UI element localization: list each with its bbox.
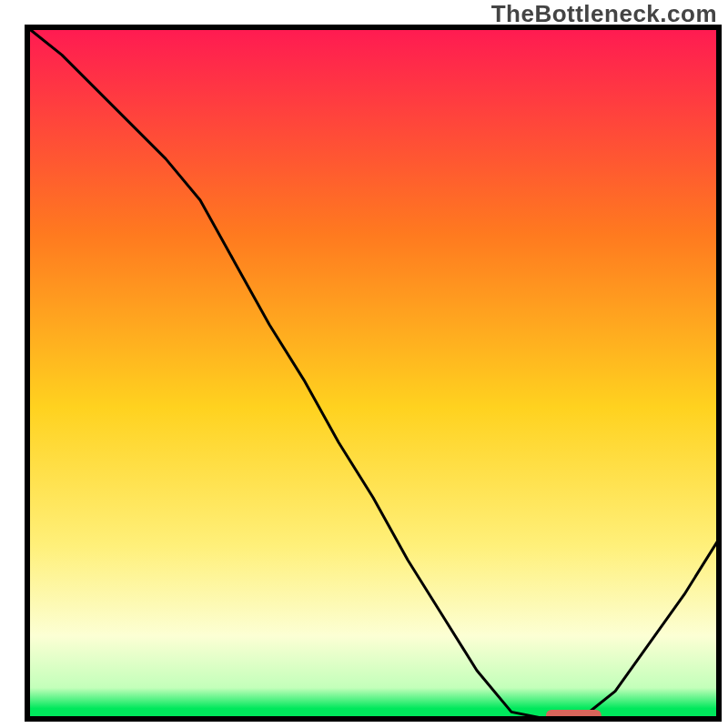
watermark-label: TheBottleneck.com bbox=[491, 0, 717, 28]
bottleneck-chart bbox=[0, 0, 728, 728]
plot-area bbox=[27, 27, 719, 722]
gradient-background bbox=[27, 27, 719, 719]
chart-container: TheBottleneck.com bbox=[0, 0, 728, 728]
